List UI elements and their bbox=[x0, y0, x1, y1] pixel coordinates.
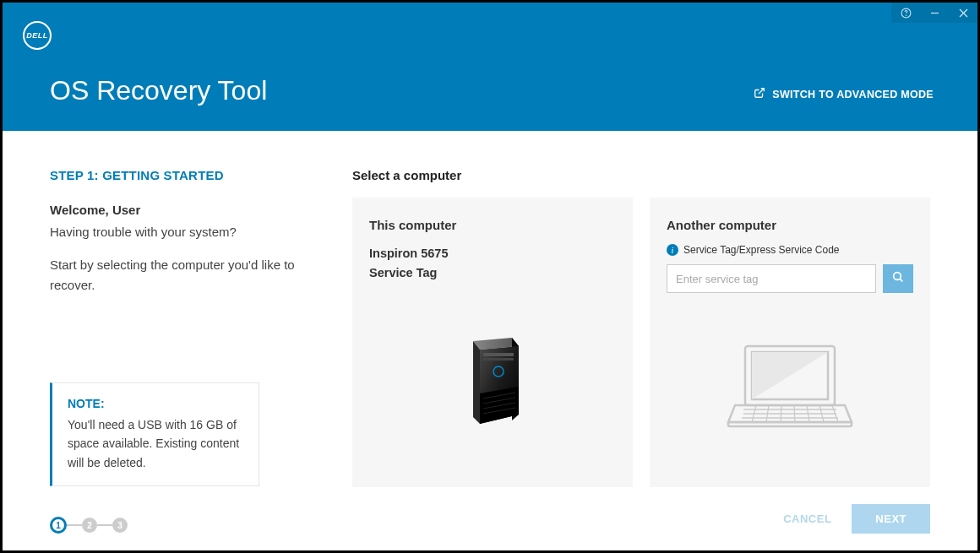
svg-rect-11 bbox=[483, 358, 514, 361]
app-title: OS Recovery Tool bbox=[50, 75, 267, 106]
desktop-tower-icon bbox=[369, 283, 616, 470]
step-2-dot: 2 bbox=[82, 518, 97, 533]
search-button[interactable] bbox=[883, 264, 913, 293]
instruction-text: Start by selecting the computer you'd li… bbox=[50, 255, 312, 295]
svg-line-30 bbox=[794, 405, 795, 422]
main-panel: Select a computer This computer Inspiron… bbox=[352, 168, 930, 534]
cancel-button[interactable]: CANCEL bbox=[780, 506, 835, 532]
help-button[interactable] bbox=[891, 3, 920, 23]
this-computer-title: This computer bbox=[369, 218, 616, 232]
step-3-dot: 3 bbox=[112, 518, 128, 533]
service-tag-input[interactable] bbox=[667, 264, 876, 293]
trouble-text: Having trouble with your system? bbox=[50, 222, 312, 241]
next-button[interactable]: NEXT bbox=[852, 504, 930, 534]
note-body: You'll need a USB with 16 GB of space av… bbox=[68, 415, 243, 472]
service-tag-field-label: Service Tag/Express Service Code bbox=[683, 244, 840, 256]
footer-buttons: CANCEL NEXT bbox=[352, 487, 930, 534]
step-heading: STEP 1: GETTING STARTED bbox=[50, 168, 312, 182]
section-title: Select a computer bbox=[352, 168, 930, 182]
step-1-dot: 1 bbox=[50, 517, 67, 534]
info-icon[interactable]: i bbox=[667, 244, 678, 256]
progress-stepper: 1 2 3 bbox=[50, 517, 312, 534]
svg-rect-10 bbox=[483, 353, 514, 356]
svg-rect-23 bbox=[728, 422, 852, 426]
sidebar: STEP 1: GETTING STARTED Welcome, User Ha… bbox=[50, 168, 312, 534]
svg-marker-22 bbox=[752, 352, 828, 399]
header: DELL OS Recovery Tool SWITCH TO ADVANCED… bbox=[3, 3, 977, 131]
note-title: NOTE: bbox=[68, 397, 243, 410]
window-controls bbox=[891, 3, 977, 23]
svg-line-5 bbox=[759, 89, 764, 94]
computer-model: Inspiron 5675 bbox=[369, 244, 616, 263]
welcome-text: Welcome, User bbox=[50, 203, 312, 217]
step-connector bbox=[97, 524, 112, 526]
another-computer-card[interactable]: Another computer i Service Tag/Express S… bbox=[650, 198, 930, 487]
svg-point-1 bbox=[906, 14, 906, 15]
advanced-mode-label: SWITCH TO ADVANCED MODE bbox=[772, 89, 934, 100]
service-tag-label: Service Tag bbox=[369, 263, 616, 283]
another-computer-title: Another computer bbox=[667, 218, 913, 232]
laptop-icon bbox=[667, 293, 913, 470]
switch-advanced-mode-link[interactable]: SWITCH TO ADVANCED MODE bbox=[754, 87, 934, 101]
dell-logo: DELL bbox=[23, 21, 52, 50]
svg-line-19 bbox=[900, 279, 902, 281]
svg-marker-8 bbox=[473, 341, 480, 424]
note-box: NOTE: You'll need a USB with 16 GB of sp… bbox=[50, 382, 259, 486]
svg-line-29 bbox=[781, 405, 781, 422]
step-connector bbox=[67, 524, 82, 526]
this-computer-card[interactable]: This computer Inspiron 5675 Service Tag bbox=[352, 198, 633, 487]
external-link-icon bbox=[754, 87, 765, 101]
minimize-button[interactable] bbox=[920, 3, 949, 23]
search-icon bbox=[891, 270, 905, 287]
svg-point-18 bbox=[894, 273, 901, 280]
close-button[interactable] bbox=[949, 3, 977, 23]
